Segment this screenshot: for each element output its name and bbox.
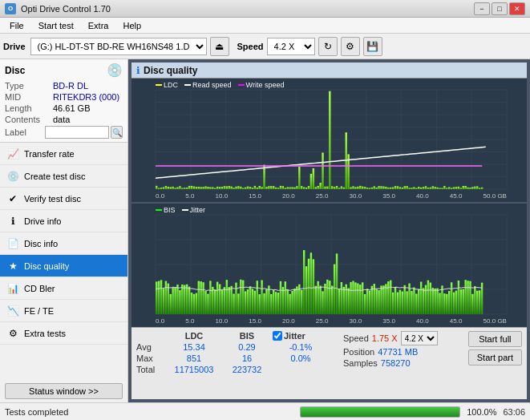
content-area: ℹ Disc quality LDC Read speed — [128, 59, 530, 402]
disc-mid-key: MID — [5, 92, 53, 102]
app-icon: O — [5, 3, 16, 14]
menu-extra[interactable]: Extra — [82, 19, 115, 32]
drive-info-label: Drive info — [24, 216, 61, 226]
disc-mid-value: RITEKDR3 (000) — [53, 92, 119, 102]
disc-mid-row: MID RITEKDR3 (000) — [5, 92, 123, 102]
speed-stat-val: 1.75 X — [372, 333, 398, 343]
action-buttons: Start full Start part — [468, 331, 522, 365]
bis-canvas — [131, 204, 527, 327]
max-label: Max — [136, 353, 165, 363]
stats-table: LDC BIS Jitter Avg 15.34 0.29 -0.1% — [136, 331, 329, 374]
transfer-rate-label: Transfer rate — [24, 149, 75, 159]
maximize-button[interactable]: □ — [492, 2, 508, 15]
sidebar: Disc 💿 Type BD-R DL MID RITEKDR3 (000) L… — [0, 59, 128, 402]
save-button[interactable]: 💾 — [363, 37, 382, 56]
avg-label: Avg — [136, 342, 165, 352]
start-full-button[interactable]: Start full — [468, 331, 522, 347]
max-jitter: 0.0% — [273, 353, 329, 363]
bis-chart: BIS Jitter 20 15 10 5 10% — [131, 204, 527, 327]
verify-test-disc-icon: ✔ — [6, 192, 19, 205]
avg-bis: 0.29 — [223, 342, 271, 352]
bis-legend: BIS — [156, 206, 176, 214]
sidebar-item-create-test-disc[interactable]: 💿 Create test disc — [0, 165, 127, 188]
sidebar-item-cd-bler[interactable]: 📊 CD Bler — [0, 277, 127, 300]
disc-label-input[interactable] — [45, 126, 109, 139]
eject-button[interactable]: ⏏ — [210, 37, 229, 56]
disc-type-key: Type — [5, 81, 53, 91]
verify-test-disc-label: Verify test disc — [24, 194, 81, 204]
cd-bler-icon: 📊 — [6, 282, 19, 295]
extra-tests-label: Extra tests — [24, 329, 66, 338]
settings-button[interactable]: ⚙ — [341, 37, 360, 56]
disc-quality-title: Disc quality — [144, 65, 197, 76]
start-part-button[interactable]: Start part — [468, 349, 522, 365]
bis-col-header: BIS — [223, 331, 271, 341]
bottom-chart-legend: BIS Jitter — [156, 206, 205, 214]
sidebar-item-disc-quality[interactable]: ★ Disc quality — [0, 255, 127, 277]
sidebar-item-disc-info[interactable]: 📄 Disc info — [0, 232, 127, 255]
create-test-disc-icon: 💿 — [6, 170, 19, 183]
disc-info-icon: 📄 — [6, 237, 19, 250]
titlebar-buttons: − □ ✕ — [474, 2, 525, 15]
disc-icon: 💿 — [107, 63, 123, 78]
menubar: File Start test Extra Help — [0, 18, 530, 34]
speed-label: Speed — [237, 42, 264, 51]
disc-label-row: Label 🔍 — [5, 126, 123, 139]
app-title: Opti Drive Control 1.70 — [21, 4, 111, 14]
jitter-legend: Jitter — [182, 206, 206, 214]
total-bis: 223732 — [223, 365, 271, 374]
titlebar-left: O Opti Drive Control 1.70 — [5, 3, 111, 14]
elapsed-time: 63:06 — [503, 407, 525, 417]
cd-bler-label: CD Bler — [24, 284, 55, 293]
disc-length-row: Length 46.61 GB — [5, 103, 123, 113]
sidebar-item-verify-test-disc[interactable]: ✔ Verify test disc — [0, 188, 127, 210]
charts-container: LDC Read speed Write speed 900 800 70 — [131, 79, 527, 327]
jitter-checkbox[interactable] — [273, 331, 282, 341]
position-val: 47731 MB — [378, 347, 418, 357]
sidebar-item-transfer-rate[interactable]: 📈 Transfer rate — [0, 143, 127, 165]
right-stats: Speed 1.75 X 4.2 X Position 47731 MB Sam… — [343, 331, 438, 368]
minimize-button[interactable]: − — [474, 2, 490, 15]
close-button[interactable]: ✕ — [509, 2, 525, 15]
toolbar: Drive (G:) HL-DT-ST BD-RE WH16NS48 1.D3 … — [0, 34, 530, 59]
total-label: Total — [136, 365, 165, 374]
disc-label-key: Label — [5, 127, 43, 137]
disc-quality-label: Disc quality — [24, 261, 69, 271]
disc-quality-icon: ★ — [6, 260, 19, 273]
samples-val: 758270 — [381, 358, 411, 368]
refresh-button[interactable]: ↻ — [318, 37, 338, 56]
create-test-disc-label: Create test disc — [24, 172, 85, 181]
extra-tests-icon: ⚙ — [6, 327, 19, 340]
jitter-col-header: Jitter — [273, 331, 305, 341]
ldc-chart: LDC Read speed Write speed 900 800 70 — [131, 79, 527, 202]
disc-quality-header-icon: ℹ — [136, 65, 140, 76]
position-label: Position — [343, 347, 374, 357]
disc-contents-key: Contents — [5, 115, 53, 124]
statusbar: Tests completed 100.0% 63:06 — [0, 402, 530, 420]
disc-quality-header: ℹ Disc quality — [131, 63, 527, 79]
disc-label-btn[interactable]: 🔍 — [111, 126, 123, 139]
menu-start-test[interactable]: Start test — [32, 19, 80, 32]
sidebar-item-extra-tests[interactable]: ⚙ Extra tests — [0, 322, 127, 345]
drive-label: Drive — [3, 42, 26, 51]
status-text: Tests completed — [5, 407, 293, 417]
fe-te-icon: 📉 — [6, 305, 19, 317]
status-window-button[interactable]: Status window >> — [5, 383, 123, 399]
sidebar-item-fe-te[interactable]: 📉 FE / TE — [0, 300, 127, 322]
disc-panel-header: Disc 💿 — [5, 63, 123, 78]
disc-panel: Disc 💿 Type BD-R DL MID RITEKDR3 (000) L… — [0, 59, 127, 143]
disc-length-key: Length — [5, 103, 53, 113]
menu-file[interactable]: File — [3, 19, 30, 32]
sidebar-item-drive-info[interactable]: ℹ Drive info — [0, 210, 127, 232]
menu-help[interactable]: Help — [116, 19, 148, 32]
bottom-x-axis: 0.0 5.0 10.0 15.0 20.0 25.0 30.0 35.0 40… — [156, 314, 507, 327]
avg-ldc: 15.34 — [167, 342, 221, 352]
speed-stat-select[interactable]: 4.2 X — [401, 331, 438, 345]
drive-select[interactable]: (G:) HL-DT-ST BD-RE WH16NS48 1.D3 — [30, 38, 207, 55]
speed-select[interactable]: 4.2 X — [267, 38, 315, 55]
progress-bar — [301, 407, 459, 417]
transfer-rate-icon: 📈 — [6, 147, 19, 160]
main-area: Disc 💿 Type BD-R DL MID RITEKDR3 (000) L… — [0, 59, 530, 402]
disc-contents-value: data — [53, 115, 70, 124]
stats-panel: LDC BIS Jitter Avg 15.34 0.29 -0.1% — [131, 327, 527, 399]
